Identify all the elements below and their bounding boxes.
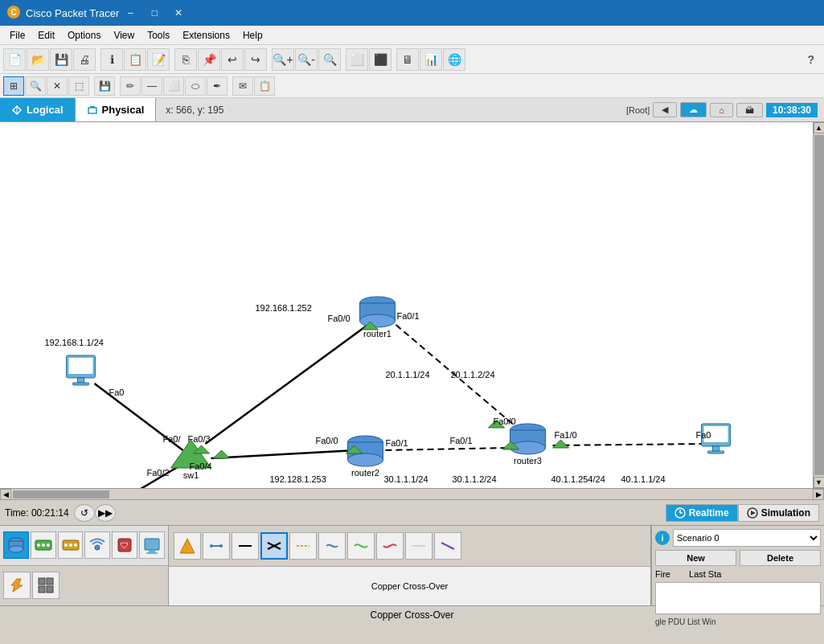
scroll-down[interactable]: ▼ [814,477,825,488]
node-router3[interactable]: router3 [510,424,546,466]
clipboard1-button[interactable]: 📋 [124,48,146,71]
device-type-enddevice[interactable] [139,531,165,559]
palette-button[interactable]: 🌐 [443,48,465,71]
label-router2-fa01: Fa0/1 [386,438,408,448]
phone-cable-btn[interactable] [318,532,346,560]
device-mgr-button[interactable]: 🖥 [396,48,419,71]
scenario-panel: i Scenario 0 New Delete Fire Last Sta gl… [651,526,824,605]
scroll-thumb-v[interactable] [814,135,824,475]
device-type-wireless[interactable] [84,531,110,559]
scroll-left[interactable]: ◀ [0,489,11,500]
device-type-router[interactable] [3,531,29,559]
select-tool[interactable]: ⊞ [3,76,24,96]
menu-options[interactable]: Options [61,28,107,43]
help-button[interactable]: ? [801,53,821,66]
svg-point-45 [69,544,72,547]
save-button[interactable]: 💾 [50,48,72,71]
fiber-cable-btn[interactable] [289,532,317,560]
print-button[interactable]: 🖨 [73,48,96,71]
clipboard2-button[interactable]: 📝 [147,48,170,71]
monitor-button[interactable]: 📊 [420,48,442,71]
line-tool[interactable]: — [141,76,162,96]
redo-button[interactable]: ↪ [244,48,267,71]
crossover-cable-btn[interactable] [260,532,288,560]
device-type-security[interactable]: 🛡 [112,531,137,559]
view-window-button[interactable]: ⬜ [346,48,368,71]
ellipse-tool[interactable]: ⬭ [185,76,206,96]
tab-logical[interactable]: Logical [0,98,76,121]
scroll-right[interactable]: ▶ [813,489,824,500]
device-type-hub[interactable] [58,531,84,559]
pdu-fire-button[interactable] [3,572,31,599]
minimize-button[interactable]: – [119,4,141,22]
time-reset-button[interactable]: ↺ [74,504,95,522]
auto-connect-btn[interactable] [174,532,201,560]
tab-physical[interactable]: Physical [76,98,157,121]
time-fast-button[interactable]: ▶▶ [95,504,116,522]
select-area-tool[interactable]: ⬚ [68,76,89,96]
coordinates-display: x: 566, y: 195 [156,98,620,121]
menu-help[interactable]: Help [236,28,269,43]
logical-tab-label: Logical [27,104,64,116]
pencil-tool[interactable]: ✒ [207,76,228,96]
scroll-up[interactable]: ▲ [814,122,825,133]
menu-tools[interactable]: Tools [141,28,176,43]
svg-rect-57 [47,586,53,593]
console-cable-btn[interactable] [203,532,230,560]
delete-scenario-button[interactable]: Delete [740,550,821,566]
menu-edit[interactable]: Edit [31,28,61,43]
straight-cable-btn[interactable] [232,532,259,560]
physical-tab-label: Physical [102,104,145,116]
view-tabs: Logical Physical x: 566, y: 195 [Root] ◀… [0,98,824,122]
zoom-out-button[interactable]: 🔍- [295,48,318,71]
device-type-switch[interactable] [31,531,56,559]
realtime-button[interactable]: Realtime [666,504,738,522]
node-router2[interactable]: router2 [348,436,383,478]
zoom-in-button[interactable]: 🔍+ [272,48,294,71]
close-button[interactable]: ✕ [167,4,190,22]
label-router2-fa00: Fa0/0 [316,436,338,445]
svg-rect-56 [39,586,45,593]
label-router1-fa00: Fa0/0 [328,314,351,323]
save-tool[interactable]: 💾 [94,76,115,96]
root-nav-landscape[interactable]: 🏔 [736,103,763,117]
paste-button[interactable]: 📌 [198,48,220,71]
maximize-button[interactable]: □ [143,4,166,22]
pen-tool[interactable]: ✏ [120,76,141,96]
new-scenario-button[interactable]: New [655,550,736,566]
pdu-toolbar-area: Copper Cross-Over [169,526,651,605]
menu-extensions[interactable]: Extensions [176,28,236,43]
node-pc1[interactable] [67,355,96,385]
serial-cable-btn[interactable] [347,532,375,560]
scenario-select[interactable]: Scenario 0 [673,529,821,547]
pdu-grid-button[interactable] [32,572,59,599]
new-button[interactable]: 📄 [3,48,26,71]
scroll-thumb-h[interactable] [13,490,109,498]
node-router1[interactable]: router1 [360,297,396,338]
view-panel-button[interactable]: ⬛ [369,48,392,71]
svg-point-40 [37,544,40,547]
undo-button[interactable]: ↩ [221,48,244,71]
rect-tool[interactable]: ⬜ [163,76,184,96]
wireless-link-btn[interactable] [405,532,432,560]
menu-file[interactable]: File [3,28,31,43]
realtime-label: Realtime [689,507,729,519]
topology-svg: sw1 router1 router2 router3 [0,122,824,488]
info-button[interactable]: ℹ [100,48,123,71]
zoom-area-tool[interactable]: 🔍 [25,76,46,96]
serial2-cable-btn[interactable] [376,532,404,560]
root-nav-cloud[interactable]: ☁ [680,102,707,117]
copy-button[interactable]: ⎘ [174,48,197,71]
root-nav-back[interactable]: ◀ [653,102,677,117]
svg-point-61 [219,544,223,548]
zoom-fit-button[interactable]: 🔍 [318,48,341,71]
menubar: File Edit Options View Tools Extensions … [0,26,824,45]
text-tool[interactable]: ✉ [232,76,253,96]
root-nav-home[interactable]: ⌂ [710,103,733,117]
move-tool[interactable]: ✕ [47,76,68,96]
open-button[interactable]: 📂 [27,48,49,71]
simulation-button[interactable]: Simulation [738,504,819,522]
menu-view[interactable]: View [107,28,141,43]
usb-cable-btn[interactable] [434,532,461,560]
textbox-tool[interactable]: 📋 [254,76,275,96]
